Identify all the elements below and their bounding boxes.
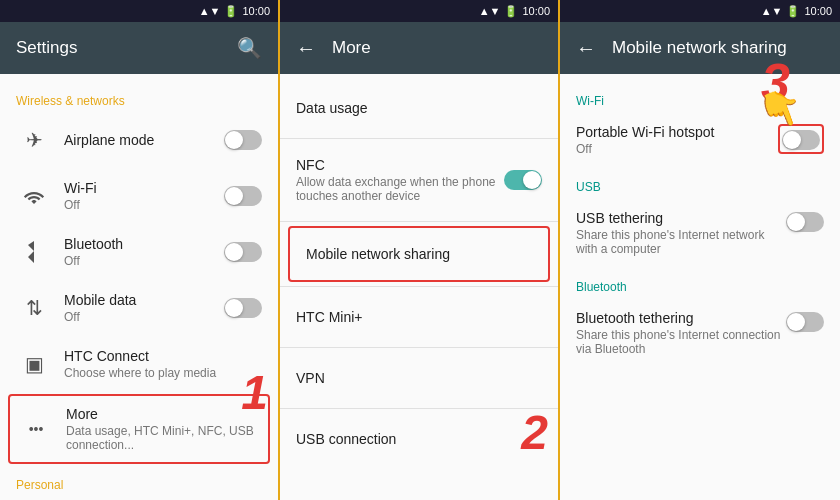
mobiledata-icon: ⇅ (16, 290, 52, 326)
mobile-data-item[interactable]: ⇅ Mobile data Off (0, 280, 278, 336)
airplane-text: Airplane mode (64, 132, 224, 148)
search-icon[interactable]: 🔍 (237, 36, 262, 60)
panel1-content: Wireless & networks ✈ Airplane mode (0, 74, 278, 500)
battery-icon: 🔋 (224, 5, 238, 18)
wireless-networks-label: Wireless & networks (0, 82, 278, 112)
usb-tethering-title: USB tethering (576, 210, 786, 226)
vpn-item[interactable]: VPN (280, 352, 558, 404)
more-icon: ••• (18, 411, 54, 447)
usb-connection-item[interactable]: USB connection (280, 413, 558, 465)
signal-icon-p2: ▲▼ (479, 5, 501, 17)
more-subtitle: Data usage, HTC Mini+, NFC, USB connecti… (66, 424, 260, 452)
portable-wifi-toggle[interactable] (782, 130, 820, 150)
vpn-title: VPN (296, 370, 542, 386)
bluetooth-toggle[interactable] (224, 242, 262, 262)
htcmini-item[interactable]: HTC Mini+ (280, 291, 558, 343)
htcmini-title: HTC Mini+ (296, 309, 542, 325)
datausage-title: Data usage (296, 100, 542, 116)
panel1-status-bar: ▲▼ 🔋 10:00 (0, 0, 278, 22)
more-text: More Data usage, HTC Mini+, NFC, USB con… (66, 406, 260, 452)
time-display: 10:00 (242, 5, 270, 17)
more-title: More (66, 406, 260, 422)
battery-icon-p2: 🔋 (504, 5, 518, 18)
wifi-toggle[interactable] (224, 186, 262, 206)
wifi-title: Wi-Fi (64, 180, 224, 196)
bluetooth-section-label: Bluetooth (560, 268, 840, 298)
wifi-icon (16, 178, 52, 214)
mobiledata-text: Mobile data Off (64, 292, 224, 324)
bluetooth-subtitle: Off (64, 254, 224, 268)
mobiledata-subtitle: Off (64, 310, 224, 324)
panel3-status-bar: ▲▼ 🔋 10:00 (560, 0, 840, 22)
panel2-topbar: ← More (280, 22, 558, 74)
usb-tethering-subtitle: Share this phone's Internet network with… (576, 228, 786, 256)
wifi-text: Wi-Fi Off (64, 180, 224, 212)
usb-connection-title: USB connection (296, 431, 542, 447)
portable-wifi-item[interactable]: Portable Wi-Fi hotspot Off (560, 112, 840, 168)
signal-icon-p3: ▲▼ (761, 5, 783, 17)
panel3-title: Mobile network sharing (612, 38, 787, 58)
personalize-item[interactable]: ✏ Personalize (0, 496, 278, 500)
wifi-section-label: Wi-Fi (560, 82, 840, 112)
bluetooth-title: Bluetooth (64, 236, 224, 252)
portable-wifi-toggle-highlight (778, 124, 824, 154)
portable-wifi-title: Portable Wi-Fi hotspot (576, 124, 778, 140)
back-arrow-p3[interactable]: ← (576, 37, 596, 60)
panel2-status-bar: ▲▼ 🔋 10:00 (280, 0, 558, 22)
airplane-toggle[interactable] (224, 130, 262, 150)
more-item[interactable]: ••• More Data usage, HTC Mini+, NFC, USB… (10, 396, 268, 462)
airplane-icon: ✈ (16, 122, 52, 158)
datausage-item[interactable]: Data usage (280, 82, 558, 134)
mobile-network-sharing-item[interactable]: Mobile network sharing (290, 228, 548, 280)
nfc-subtitle: Allow data exchange when the phone touch… (296, 175, 504, 203)
more-highlight-box: ••• More Data usage, HTC Mini+, NFC, USB… (8, 394, 270, 464)
bluetooth-tethering-subtitle: Share this phone's Internet connection v… (576, 328, 786, 356)
usb-tethering-toggle[interactable] (786, 212, 824, 232)
mobiledata-toggle[interactable] (224, 298, 262, 318)
personal-label: Personal (0, 466, 278, 496)
wifi-item[interactable]: Wi-Fi Off (0, 168, 278, 224)
panel3-content: Wi-Fi Portable Wi-Fi hotspot Off 👇 USB (560, 74, 840, 500)
htcconnect-text: HTC Connect Choose where to play media (64, 348, 262, 380)
bluetooth-item[interactable]: Bluetooth Off (0, 224, 278, 280)
bluetooth-tethering-toggle[interactable] (786, 312, 824, 332)
panel2-title: More (332, 38, 371, 58)
panel1-topbar: Settings 🔍 (0, 22, 278, 74)
htcconnect-subtitle: Choose where to play media (64, 366, 262, 380)
battery-icon-p3: 🔋 (786, 5, 800, 18)
mobiledata-title: Mobile data (64, 292, 224, 308)
portable-wifi-subtitle: Off (576, 142, 778, 156)
panel2-content: Data usage NFC Allow data exchange when … (280, 74, 558, 500)
nfc-item[interactable]: NFC Allow data exchange when the phone t… (280, 143, 558, 217)
signal-icon: ▲▼ (199, 5, 221, 17)
panel3-topbar: ← Mobile network sharing (560, 22, 840, 74)
back-arrow-p2[interactable]: ← (296, 37, 316, 60)
nfc-toggle[interactable] (504, 170, 542, 190)
usb-tethering-item[interactable]: USB tethering Share this phone's Interne… (560, 198, 840, 268)
nfc-title: NFC (296, 157, 504, 173)
bluetooth-text: Bluetooth Off (64, 236, 224, 268)
htcconnect-item[interactable]: ▣ HTC Connect Choose where to play media (0, 336, 278, 392)
airplane-title: Airplane mode (64, 132, 224, 148)
bluetooth-tethering-item[interactable]: Bluetooth tethering Share this phone's I… (560, 298, 840, 368)
mobile-network-sharing-highlight: Mobile network sharing (288, 226, 550, 282)
time-display-p3: 10:00 (804, 5, 832, 17)
panel1-title: Settings (16, 38, 77, 58)
bluetooth-icon (16, 234, 52, 270)
usb-section-label: USB (560, 168, 840, 198)
time-display-p2: 10:00 (522, 5, 550, 17)
bluetooth-tethering-title: Bluetooth tethering (576, 310, 786, 326)
htcconnect-icon: ▣ (16, 346, 52, 382)
airplane-mode-item[interactable]: ✈ Airplane mode (0, 112, 278, 168)
mobile-network-sharing-title: Mobile network sharing (306, 246, 532, 262)
htcconnect-title: HTC Connect (64, 348, 262, 364)
wifi-subtitle: Off (64, 198, 224, 212)
